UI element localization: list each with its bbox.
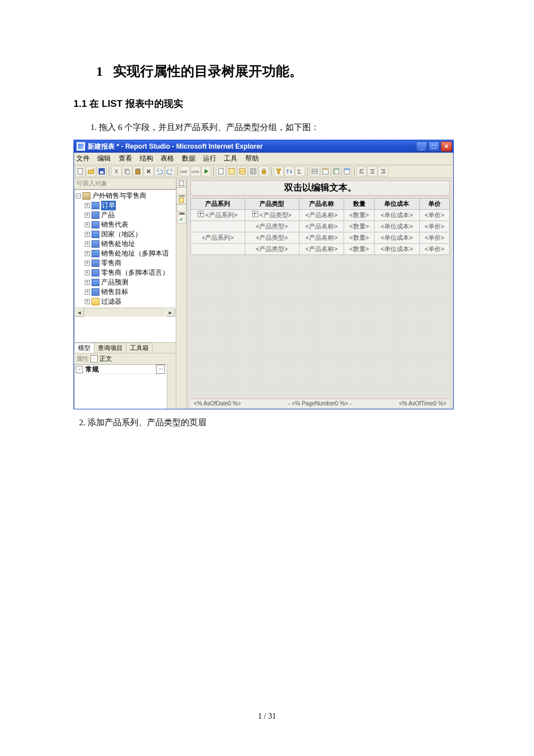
- tree-h-scrollbar[interactable]: ◄ ►: [75, 308, 175, 317]
- section-icon[interactable]: [310, 166, 320, 176]
- menu-run[interactable]: 运行: [203, 154, 216, 162]
- tree-item[interactable]: +产品预测: [85, 278, 175, 287]
- close-button[interactable]: ×: [441, 141, 452, 152]
- tree-item[interactable]: +销售处地址（多脚本语: [85, 249, 175, 258]
- xml-icon[interactable]: xml: [180, 166, 190, 176]
- query-explorer-icon[interactable]: [176, 196, 186, 204]
- align-left-icon[interactable]: [357, 166, 367, 176]
- page-icon[interactable]: [216, 166, 226, 176]
- expand-icon[interactable]: +: [85, 299, 90, 304]
- pivot-icon[interactable]: [331, 166, 341, 176]
- sum-icon[interactable]: Σ: [295, 166, 305, 176]
- list-cell[interactable]: <产品类型>: [245, 210, 299, 221]
- menu-view[interactable]: 查看: [119, 154, 132, 162]
- align-right-icon[interactable]: [378, 166, 388, 176]
- expand-icon[interactable]: +: [85, 290, 90, 295]
- list-cell[interactable]: [191, 221, 245, 232]
- sort-icon[interactable]: [284, 166, 294, 176]
- headers-icon[interactable]: [342, 166, 352, 176]
- list-cell[interactable]: <产品类型>: [245, 244, 299, 255]
- list-cell[interactable]: <产品系列>: [191, 210, 245, 221]
- group-icon[interactable]: [320, 166, 331, 176]
- list-cell[interactable]: <单价>: [419, 244, 449, 255]
- props-v-scrollbar[interactable]: [167, 364, 176, 409]
- menu-edit[interactable]: 编辑: [97, 154, 111, 162]
- list-cell[interactable]: <数量>: [344, 221, 374, 232]
- save-icon[interactable]: [97, 166, 107, 176]
- align-center-icon[interactable]: [367, 166, 377, 176]
- list-cell[interactable]: <单价>: [419, 221, 449, 232]
- cut-icon[interactable]: [111, 166, 121, 176]
- list-cell[interactable]: <产品系列>: [191, 232, 245, 244]
- list-cell[interactable]: <产品名称>: [299, 244, 344, 255]
- list-cell[interactable]: <单价>: [419, 232, 449, 244]
- list-report-table[interactable]: 产品系列产品类型产品名称数量单位成本单价 <产品系列><产品类型><产品名称><…: [190, 198, 450, 255]
- list-cell[interactable]: <单位成本>: [374, 210, 419, 221]
- copy-icon[interactable]: [122, 166, 132, 176]
- list-cell[interactable]: <产品类型>: [245, 232, 299, 244]
- list-cell[interactable]: <产品名称>: [299, 232, 344, 244]
- list-cell[interactable]: [191, 244, 245, 255]
- scroll-right-icon[interactable]: ►: [166, 308, 175, 317]
- list-cell[interactable]: <产品名称>: [299, 221, 344, 232]
- list-cell[interactable]: <单位成本>: [374, 221, 419, 232]
- menu-struct[interactable]: 结构: [140, 154, 153, 162]
- tab-query[interactable]: 查询项目: [94, 343, 127, 353]
- properties-grid[interactable]: − 常规 ⋯: [74, 364, 167, 409]
- list-cell[interactable]: <数量>: [344, 210, 374, 221]
- undo-icon[interactable]: [154, 166, 164, 176]
- expand-icon[interactable]: −: [76, 366, 83, 373]
- expand-icon[interactable]: +: [85, 280, 90, 285]
- run-icon[interactable]: [201, 166, 211, 176]
- open-icon[interactable]: [86, 166, 96, 176]
- expand-icon[interactable]: +: [85, 232, 90, 237]
- list-cell[interactable]: <数量>: [344, 244, 374, 255]
- minimize-button[interactable]: _: [416, 141, 427, 152]
- list-column-header[interactable]: 单价: [419, 198, 449, 210]
- model-tree[interactable]: − 户外销售与零售商 +订单+产品+销售代表+国家（地区）+销售处地址+销售处地…: [75, 190, 175, 308]
- expand-icon[interactable]: +: [85, 213, 90, 218]
- maximize-button[interactable]: □: [428, 141, 440, 152]
- list-cell[interactable]: <数量>: [344, 232, 374, 244]
- tree-item[interactable]: +产品: [85, 210, 175, 220]
- expand-icon[interactable]: +: [85, 222, 90, 227]
- tab-query-explorer[interactable]: 查询浏览器: [176, 204, 186, 212]
- menu-tools[interactable]: 工具: [224, 154, 237, 162]
- menu-table[interactable]: 表格: [160, 154, 174, 162]
- collapse-props-icon[interactable]: −: [90, 355, 98, 362]
- collapse-icon[interactable]: −: [76, 193, 81, 198]
- expand-icon[interactable]: +: [85, 251, 90, 256]
- tab-model[interactable]: 模型: [74, 343, 94, 353]
- expand-icon[interactable]: +: [85, 241, 90, 247]
- props-help-icon[interactable]: ⋯: [156, 365, 165, 374]
- list-cell[interactable]: <产品名称>: [299, 210, 344, 221]
- list-column-header[interactable]: 产品名称: [299, 198, 344, 210]
- new-icon[interactable]: [75, 166, 85, 176]
- list-cell[interactable]: <产品类型>: [245, 221, 299, 232]
- tree-item[interactable]: +销售代表: [85, 220, 175, 230]
- page-preview-icon[interactable]: [227, 166, 237, 176]
- tree-item[interactable]: +过滤器: [85, 297, 175, 306]
- list-column-header[interactable]: 产品类型: [245, 198, 299, 210]
- tree-item[interactable]: +销售处地址: [85, 239, 175, 249]
- list-column-header[interactable]: 数量: [344, 198, 374, 210]
- redo-icon[interactable]: [165, 166, 175, 176]
- tab-page-explorer[interactable]: 页面浏览器: [176, 187, 186, 195]
- scroll-left-icon[interactable]: ◄: [75, 308, 84, 317]
- paste-icon[interactable]: [133, 166, 143, 176]
- expand-icon[interactable]: +: [85, 203, 90, 208]
- tree-item[interactable]: +零售商: [85, 258, 175, 268]
- list-column-header[interactable]: 单位成本: [374, 198, 419, 210]
- expand-icon[interactable]: +: [85, 270, 90, 275]
- lock-icon[interactable]: [259, 166, 269, 176]
- tree-root[interactable]: − 户外销售与零售商: [76, 191, 175, 201]
- filter-icon[interactable]: [273, 166, 284, 176]
- expand-icon[interactable]: +: [85, 261, 90, 266]
- tree-item[interactable]: +订单: [85, 201, 175, 210]
- menu-file[interactable]: 文件: [76, 154, 90, 162]
- page-explorer-icon[interactable]: [176, 179, 186, 187]
- cond-explorer-icon[interactable]: ✔: [177, 214, 186, 224]
- page-layout-icon[interactable]: [237, 166, 248, 176]
- menu-help[interactable]: 帮助: [245, 154, 259, 162]
- tree-item[interactable]: +零售商（多脚本语言）: [85, 268, 175, 278]
